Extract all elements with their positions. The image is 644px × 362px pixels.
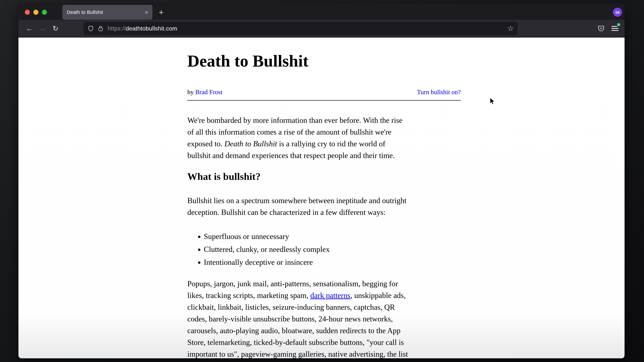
text-segment: codes, barely-visible unsubscribe button… (187, 315, 393, 323)
url-bar[interactable]: https://deathtobullshit.com ☆ (84, 22, 518, 35)
text-line: likes, tracking scripts, marketing spam,… (187, 290, 461, 301)
text-segment: Bullshit lies on a spectrum somewhere be… (187, 196, 406, 205)
infinity-glyph: ∞ (615, 9, 620, 15)
navigation-toolbar: ← → ↻ https://deathtobullshit.com ☆ (18, 20, 624, 37)
url-protocol: https:// (108, 25, 126, 32)
bookmark-star-icon[interactable]: ☆ (507, 25, 514, 32)
close-window-button[interactable] (25, 10, 30, 15)
text-line: bullshit and demand experiences that res… (187, 150, 461, 161)
menu-notification-dot (617, 23, 620, 26)
forward-button: → (37, 23, 48, 34)
list-item: Intentionally deceptive or insincere (204, 256, 461, 269)
divider-rule (187, 100, 461, 101)
app-menu-icon[interactable] (612, 24, 620, 33)
pocket-icon[interactable] (597, 24, 606, 33)
window-controls (25, 10, 47, 15)
dark-patterns-link[interactable]: dark patterns (310, 291, 350, 300)
text-line: clickbait, linkbait, listicles, seizure-… (187, 301, 461, 313)
byline: by Brad Frost (187, 88, 222, 96)
text-line: Bullshit lies on a spectrum somewhere be… (187, 195, 461, 206)
text-segment: important to us", pageview-gaming galler… (187, 350, 408, 358)
text-segment: We're bombarded by more information than… (187, 116, 402, 124)
tracking-protection-shield-icon[interactable] (88, 25, 94, 32)
tab-death-to-bullshit[interactable]: Death to Bullshit × (62, 5, 152, 19)
minimize-window-button[interactable] (33, 10, 38, 15)
turn-bullshit-on-link[interactable]: Turn bullshit on? (417, 88, 461, 96)
byline-row: by Brad Frost Turn bullshit on? (187, 88, 461, 96)
text-line: deception. Bullshit can be characterized… (187, 206, 461, 218)
bullshit-characteristics-list: Superfluous or unnecessaryCluttered, clu… (187, 230, 461, 269)
tab-title: Death to Bullshit (67, 9, 103, 15)
maximize-window-button[interactable] (42, 10, 47, 15)
examples-paragraph: Popups, jargon, junk mail, anti-patterns… (187, 278, 461, 358)
url-domain: deathtobullshit.com (126, 25, 177, 32)
list-item: Cluttered, clunky, or needlessly complex (204, 243, 461, 256)
profile-avatar-icon[interactable]: ∞ (613, 8, 622, 17)
text-segment: is a rallying cry to rid the world of (277, 139, 385, 148)
author-link[interactable]: Brad Frost (196, 88, 222, 95)
spectrum-paragraph: Bullshit lies on a spectrum somewhere be… (187, 195, 461, 218)
text-line: codes, barely-visible unsubscribe button… (187, 313, 461, 325)
text-segment: of all this information comes a rise of … (187, 128, 392, 136)
text-segment: Store, telemarketing, ticked-by-default … (187, 338, 404, 347)
page-title: Death to Bullshit (187, 52, 461, 70)
tab-close-icon[interactable]: × (145, 9, 148, 15)
new-tab-button[interactable]: + (156, 7, 166, 17)
desktop-background: { "window": { "tab": { "title": "Death t… (0, 0, 644, 362)
back-button[interactable]: ← (24, 23, 34, 34)
text-segment: clickbait, linkbait, listicles, seizure-… (187, 303, 395, 311)
list-item: Superfluous or unnecessary (204, 230, 461, 243)
text-line: carousels, auto-playing audio, bloatware… (187, 325, 461, 337)
https-lock-icon[interactable] (98, 25, 103, 32)
text-line: Store, telemarketing, ticked-by-default … (187, 337, 461, 348)
text-segment: deception. Bullshit can be characterized… (187, 208, 386, 217)
text-line: We're bombarded by more information than… (187, 114, 461, 126)
text-segment: , unskippable ads, (350, 291, 406, 300)
text-line: exposed to. Death to Bullshit is a rally… (187, 138, 461, 150)
byline-prefix: by (187, 88, 196, 95)
tab-bar: Death to Bullshit × + ∞ (18, 3, 624, 20)
text-line: Popups, jargon, junk mail, anti-patterns… (187, 278, 461, 290)
text-segment: likes, tracking scripts, marketing spam, (187, 291, 310, 300)
text-segment: Popups, jargon, junk mail, anti-patterns… (187, 279, 398, 288)
reload-button[interactable]: ↻ (50, 23, 61, 34)
text-line: of all this information comes a rise of … (187, 126, 461, 138)
text-segment: bullshit and demand experiences that res… (187, 151, 394, 160)
url-text: https://deathtobullshit.com (108, 25, 177, 32)
text-line: important to us", pageview-gaming galler… (187, 348, 461, 358)
text-segment: carousels, auto-playing audio, bloatware… (187, 326, 400, 335)
browser-window: Death to Bullshit × + ∞ ← → ↻ https:// (18, 3, 624, 358)
text-segment: exposed to. (187, 139, 224, 148)
italic-title-phrase: Death to Bullshit (224, 139, 277, 148)
page-content: Death to Bullshit by Brad Frost Turn bul… (18, 37, 624, 358)
mouse-cursor (487, 96, 496, 105)
intro-paragraph: We're bombarded by more information than… (187, 114, 461, 161)
what-is-bullshit-heading: What is bullshit? (187, 171, 461, 182)
article: Death to Bullshit by Brad Frost Turn bul… (187, 37, 461, 358)
